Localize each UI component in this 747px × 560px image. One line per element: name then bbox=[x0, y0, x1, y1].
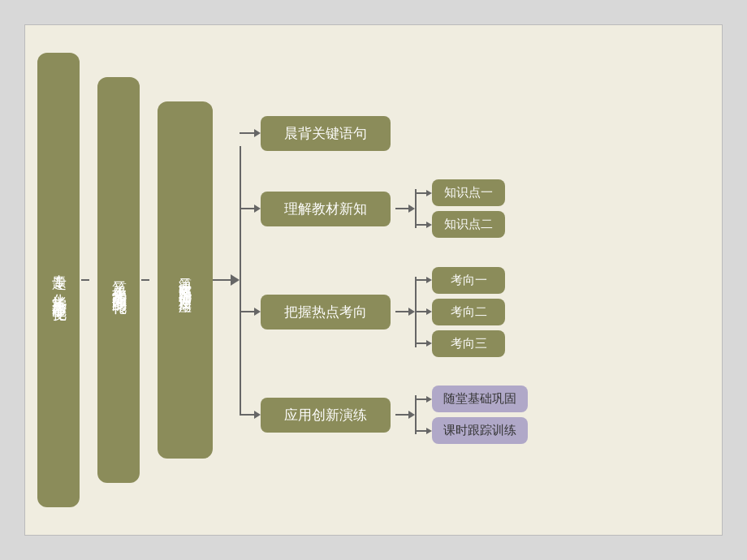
tree-section: 晨背关键语句 理解教材新知 bbox=[240, 101, 528, 459]
main-h-line bbox=[213, 279, 231, 281]
sub-entry-3-3: 考向三 bbox=[415, 330, 505, 357]
sub-h-line-2 bbox=[395, 208, 408, 209]
sub-h-2 bbox=[415, 224, 426, 226]
sub-entry-2-2: 知识点二 bbox=[415, 211, 505, 238]
sub-connector-2 bbox=[395, 205, 415, 213]
sub-box-2-2: 知识点二 bbox=[432, 211, 505, 238]
h-branch-3 bbox=[240, 311, 254, 312]
row-4: 应用创新演练 随堂基础巩固 bbox=[240, 386, 528, 444]
sub-box-4-2: 课时跟踪训练 bbox=[432, 417, 528, 444]
row-box-2: 理解教材新知 bbox=[261, 192, 391, 226]
lesson-box: 第二课时电解池的工作原理及应用 bbox=[158, 101, 213, 459]
sub-connector-4 bbox=[395, 411, 415, 419]
row-2: 理解教材新知 知识点一 bbox=[240, 179, 528, 238]
sub-connector-3 bbox=[395, 308, 415, 316]
v-sub-3 bbox=[415, 277, 417, 347]
row-box-1: 晨背关键语句 bbox=[261, 116, 391, 151]
main-arrow-head bbox=[231, 274, 240, 286]
connector-2 bbox=[141, 279, 149, 281]
sub-arr-4-2 bbox=[426, 428, 432, 434]
row-box-4: 应用创新演练 bbox=[261, 398, 391, 433]
sub-h-line-3 bbox=[395, 311, 408, 312]
topic-box: 专题１化学反应与能量变化 bbox=[37, 53, 80, 507]
sub-col-2: 知识点一 知识点二 bbox=[415, 179, 505, 238]
sub-col-4: 随堂基础巩固 课时跟踪训练 bbox=[415, 386, 528, 444]
h-line-2 bbox=[141, 279, 149, 281]
arrow-4 bbox=[254, 411, 261, 419]
sub-arrow-3 bbox=[408, 308, 415, 316]
sub-arrow-4 bbox=[408, 411, 415, 419]
sub-h-4-1 bbox=[415, 398, 426, 400]
sub-entry-4-1: 随堂基础巩固 bbox=[415, 386, 528, 412]
sub-arr-1 bbox=[426, 190, 432, 196]
sub-h-3-2 bbox=[415, 311, 426, 312]
sub-box-2-1: 知识点一 bbox=[432, 179, 505, 206]
sub-box-4-1: 随堂基础巩固 bbox=[432, 386, 528, 412]
sub-box-3-2: 考向二 bbox=[432, 299, 505, 325]
sub-h-line-4 bbox=[395, 414, 408, 416]
connector-1 bbox=[81, 279, 89, 281]
arrow-1 bbox=[254, 129, 261, 137]
arrow-3 bbox=[254, 308, 261, 316]
row-1: 晨背关键语句 bbox=[240, 116, 528, 151]
unit-box: 第二单元化学能与电能的转化 bbox=[97, 77, 140, 483]
h-line-1 bbox=[81, 279, 89, 281]
sub-entry-3-2: 考向二 bbox=[415, 299, 505, 325]
sub-h-1 bbox=[415, 192, 426, 194]
rows-container: 晨背关键语句 理解教材新知 bbox=[240, 101, 528, 459]
sub-arr-3-3 bbox=[426, 340, 432, 347]
main-layout: 专题１化学反应与能量变化 第二单元化学能与电能的转化 第二课时电解池的工作原理及… bbox=[37, 41, 528, 519]
h-branch-4 bbox=[240, 414, 254, 416]
sub-entry-3-1: 考向一 bbox=[415, 267, 505, 294]
row-3: 把握热点考向 考向一 bbox=[240, 267, 528, 357]
sub-box-3-1: 考向一 bbox=[432, 267, 505, 294]
sub-arrow-2 bbox=[408, 205, 415, 213]
sub-arr-3-1 bbox=[426, 277, 432, 283]
sub-entry-4-2: 课时跟踪训练 bbox=[415, 417, 528, 444]
sub-arr-4-1 bbox=[426, 396, 432, 403]
v-line-main bbox=[240, 146, 241, 414]
sub-h-4-2 bbox=[415, 430, 426, 432]
v-sub-4 bbox=[415, 395, 417, 434]
sub-h-3-3 bbox=[415, 342, 426, 344]
arrow-2 bbox=[254, 205, 261, 213]
row-box-3: 把握热点考向 bbox=[261, 295, 391, 330]
v-sub-2 bbox=[415, 189, 417, 228]
sub-arr-3-2 bbox=[426, 308, 432, 315]
diagram-container: 专题１化学反应与能量变化 第二单元化学能与电能的转化 第二课时电解池的工作原理及… bbox=[24, 24, 723, 536]
sub-entry-2-1: 知识点一 bbox=[415, 179, 505, 206]
h-branch-2 bbox=[240, 208, 254, 209]
main-arrow bbox=[213, 274, 240, 286]
sub-arr-2 bbox=[426, 222, 432, 228]
sub-box-3-3: 考向三 bbox=[432, 330, 505, 357]
h-branch-1 bbox=[240, 132, 254, 134]
sub-h-3-1 bbox=[415, 279, 426, 281]
sub-col-3: 考向一 考向二 考向三 bbox=[415, 267, 505, 357]
